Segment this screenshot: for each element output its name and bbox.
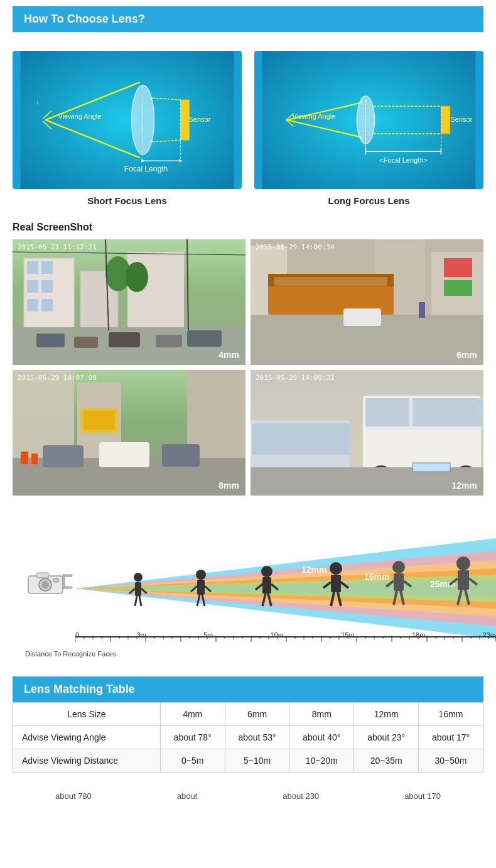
svg-text:Sensor: Sensor xyxy=(189,116,211,123)
svg-rect-47 xyxy=(36,334,65,347)
screenshots-grid: 2015-05-21 11:12:21 4mm xyxy=(13,239,483,496)
bottom-measurements: about 780 about about 230 about 170 xyxy=(0,785,496,813)
timestamp-12mm: 2015-05-29 14:09:31 xyxy=(256,374,335,382)
svg-rect-118 xyxy=(135,582,141,596)
svg-point-141 xyxy=(392,561,405,573)
col-header-lens-size: Lens Size xyxy=(13,703,161,726)
cell-dist-12mm: 20~35m xyxy=(354,749,419,773)
svg-rect-50 xyxy=(156,335,182,347)
svg-text:<Focal Length>: <Focal Length> xyxy=(379,156,427,164)
svg-rect-104 xyxy=(63,587,72,589)
how-to-choose-header: How To Choose Lens? xyxy=(13,6,483,32)
cell-dist-8mm: 10~20m xyxy=(289,749,354,773)
svg-text:6mm: 6mm xyxy=(191,548,212,558)
svg-rect-78 xyxy=(21,452,28,464)
svg-rect-21 xyxy=(441,106,450,134)
svg-text:Sensor: Sensor xyxy=(451,116,473,123)
svg-text:12mm: 12mm xyxy=(301,565,326,575)
svg-point-117 xyxy=(134,573,143,582)
cell-dist-4mm: 0~5m xyxy=(160,749,225,773)
timestamp-8mm: 2015-05-29 14:07:00 xyxy=(18,374,97,382)
row-label-viewing-angle: Advise Viewing Angle xyxy=(13,726,161,749)
table-row-viewing-angle: Advise Viewing Angle about 78° about 53°… xyxy=(13,726,483,749)
label-6mm: 6mm xyxy=(456,350,477,360)
screenshots-header: Real ScreenShot xyxy=(13,222,483,233)
measurement-780: about 780 xyxy=(55,791,92,801)
screenshot-8mm: 2015-05-29 14:07:00 8mm xyxy=(13,370,245,496)
cell-angle-6mm: about 53° xyxy=(225,726,289,749)
timestamp-6mm: 2015-05-29 14:00:34 xyxy=(256,243,335,251)
svg-rect-136 xyxy=(331,575,341,592)
ruler-bar xyxy=(75,636,496,648)
label-12mm: 12mm xyxy=(452,480,477,491)
recognition-chart-section: 4mm 6mm 8mm 12mm 16mm 25mm xyxy=(0,501,496,664)
col-header-6mm: 6mm xyxy=(225,703,289,726)
svg-rect-83 xyxy=(365,398,409,426)
col-header-4mm: 4mm xyxy=(160,703,225,726)
svg-rect-36 xyxy=(27,261,38,274)
svg-rect-64 xyxy=(343,308,381,326)
lens-table-header: Lens Matching Table xyxy=(13,676,483,702)
svg-rect-90 xyxy=(252,423,350,455)
short-focus-caption: Short Focus Lens xyxy=(13,195,242,206)
svg-rect-38 xyxy=(27,280,38,293)
svg-rect-79 xyxy=(31,453,38,464)
long-focus-diagram: Viewing Angle Sensor <Focal Length> xyxy=(254,51,483,189)
cell-angle-16mm: about 17° xyxy=(419,726,483,749)
table-row-viewing-distance: Advise Viewing Distance 0~5m 5~10m 10~20… xyxy=(13,749,483,773)
svg-point-100 xyxy=(41,581,49,589)
col-header-12mm: 12mm xyxy=(354,703,419,726)
lens-diagrams-section: Viewing Angle Sensor Focal Length ↕ Shor… xyxy=(0,32,496,212)
svg-point-129 xyxy=(261,566,272,577)
svg-rect-48 xyxy=(74,337,98,348)
svg-rect-124 xyxy=(197,580,205,595)
measurement-230: about 230 xyxy=(283,791,319,801)
measurement-about: about xyxy=(177,791,198,801)
cell-dist-16mm: 30~50m xyxy=(419,749,483,773)
svg-rect-75 xyxy=(43,445,84,467)
svg-rect-76 xyxy=(99,442,149,467)
svg-rect-51 xyxy=(187,330,222,347)
svg-point-147 xyxy=(456,556,470,570)
col-header-16mm: 16mm xyxy=(419,703,483,726)
svg-rect-41 xyxy=(41,299,53,312)
svg-rect-101 xyxy=(53,578,58,582)
lens-matching-table: Lens Size 4mm 6mm 8mm 12mm 16mm Advise V… xyxy=(13,702,483,773)
svg-rect-37 xyxy=(41,261,53,274)
svg-text:Focal Length: Focal Length xyxy=(124,165,168,173)
svg-line-121 xyxy=(135,596,137,606)
svg-point-135 xyxy=(330,562,342,575)
svg-rect-5 xyxy=(181,100,190,140)
svg-rect-66 xyxy=(444,258,472,277)
screenshot-12mm: 2015-05-29 14:09:31 12mm xyxy=(251,370,483,496)
svg-text:↕: ↕ xyxy=(36,99,40,106)
timestamp-4mm: 2015-05-21 11:12:21 xyxy=(18,243,97,251)
svg-rect-130 xyxy=(262,577,271,594)
svg-text:Viewing Angle: Viewing Angle xyxy=(293,112,336,120)
svg-rect-73 xyxy=(84,411,115,430)
cell-dist-6mm: 5~10m xyxy=(225,749,289,773)
how-to-choose-title: How To Choose Lens? xyxy=(24,13,145,25)
svg-rect-63 xyxy=(274,277,387,286)
svg-rect-98 xyxy=(36,573,49,578)
svg-rect-96 xyxy=(412,463,450,472)
col-header-8mm: 8mm xyxy=(289,703,354,726)
measurement-170: about 170 xyxy=(404,791,441,801)
svg-text:Viewing Angle: Viewing Angle xyxy=(58,112,102,120)
long-focus-caption: Long Forcus Lens xyxy=(254,195,483,206)
svg-rect-65 xyxy=(419,302,425,318)
svg-text:8mm: 8mm xyxy=(245,556,266,567)
svg-line-122 xyxy=(139,596,141,606)
short-focus-lens: Viewing Angle Sensor Focal Length ↕ Shor… xyxy=(13,51,242,206)
cell-angle-4mm: about 78° xyxy=(160,726,225,749)
cell-angle-8mm: about 40° xyxy=(289,726,354,749)
camera-icon xyxy=(25,570,75,600)
svg-rect-148 xyxy=(458,570,469,590)
screenshots-section: Real ScreenShot xyxy=(0,212,496,501)
cell-angle-12mm: about 23° xyxy=(354,726,419,749)
lens-table-title: Lens Matching Table xyxy=(24,683,135,695)
ruler-caption: Distance To Recognize Faces xyxy=(25,650,116,658)
svg-rect-84 xyxy=(412,398,482,426)
svg-point-123 xyxy=(196,570,206,580)
svg-point-45 xyxy=(126,262,148,292)
